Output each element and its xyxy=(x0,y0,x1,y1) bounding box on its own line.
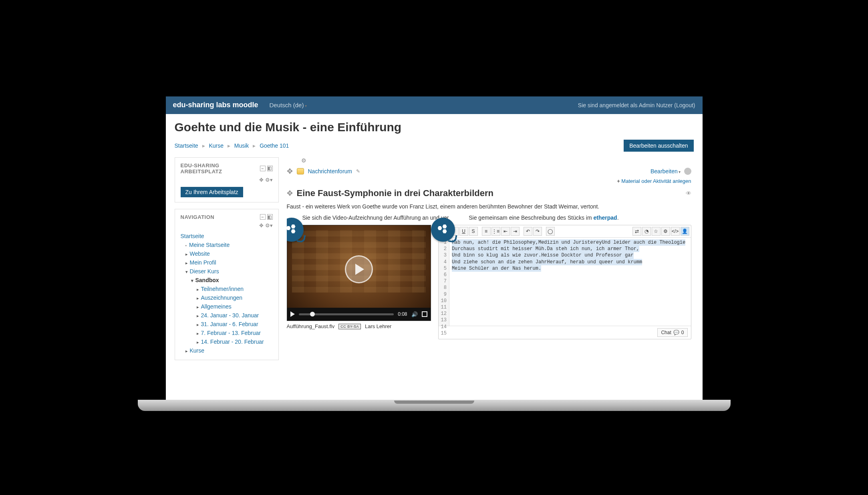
crumb-sep: ▸ xyxy=(202,142,205,149)
list-ol-icon[interactable]: ≡ xyxy=(482,227,491,236)
nav-courses[interactable]: Kurse xyxy=(181,346,273,355)
fullscreen-icon[interactable] xyxy=(422,311,427,317)
paren-close: ) xyxy=(693,102,695,108)
nav-week-2[interactable]: 31. Januar - 6. Februar xyxy=(181,320,273,329)
line-numbers: 123456789101112131415 xyxy=(439,238,449,326)
page-title: Goehte und die Musik - eine Einführung xyxy=(175,120,694,134)
move-icon[interactable]: ✥ xyxy=(259,222,264,228)
breadcrumb: Startseite ▸ Kurse ▸ Musik ▸ Goethe 101 xyxy=(175,142,289,149)
indent-icon[interactable]: ⇥ xyxy=(511,227,520,236)
seek-track[interactable] xyxy=(299,313,394,315)
nav-week-4[interactable]: 14. Februar - 20. Februar xyxy=(181,337,273,346)
nav-badges[interactable]: Auszeichnungen xyxy=(181,293,273,302)
add-activity-link[interactable]: Material oder Aktivität anlegen xyxy=(621,178,691,184)
color-icon[interactable]: ◯ xyxy=(546,227,555,236)
strike-icon[interactable]: S xyxy=(469,227,478,236)
block-collapse-icon[interactable]: – xyxy=(260,166,266,171)
nav-profile[interactable]: Mein Profil xyxy=(181,258,273,267)
honeycomb-icon xyxy=(287,224,297,235)
underline-icon[interactable]: U xyxy=(459,227,468,236)
gear-icon[interactable]: ⚙▾ xyxy=(265,222,273,228)
move-icon[interactable]: ✥ xyxy=(287,167,293,176)
nav-my-home[interactable]: Meine Startseite xyxy=(181,240,273,249)
move-icon[interactable]: ✥ xyxy=(287,189,293,198)
block-collapse-icon[interactable]: – xyxy=(260,214,266,220)
workspace-block: EDU-SHARING ARBEITSPLATZ – ◧ ✥ ⚙▾ Zu Ihr… xyxy=(175,157,279,202)
forum-link[interactable]: Nachrichtenforum xyxy=(308,168,352,174)
video-player: 0:08 Aufführung_Faust.flv CC BY-SA Lars … xyxy=(287,225,431,329)
pencil-icon[interactable]: ✎ xyxy=(356,168,360,174)
move-icon[interactable]: ✥ xyxy=(259,177,264,183)
para2-part2: Sie gemeinsam eine Beschreibung des Stüc… xyxy=(469,214,593,221)
star-icon[interactable]: ☆ xyxy=(652,227,661,236)
chat-button[interactable]: Chat 💬 0 xyxy=(657,328,687,337)
logout-link[interactable]: Logout xyxy=(676,102,693,108)
crumb-2[interactable]: Musik xyxy=(234,142,249,149)
users-icon[interactable]: 👤 xyxy=(681,227,689,236)
plus-icon: + xyxy=(617,178,620,184)
paragraph-2: xxxxx Sie sich die Video-Aufzeichnung de… xyxy=(287,214,691,222)
play-overlay-icon[interactable] xyxy=(345,255,373,283)
top-navbar: edu-sharing labs moodle Deutsch (de) Sie… xyxy=(166,96,703,114)
nav-website[interactable]: Website xyxy=(181,249,273,258)
crumb-1[interactable]: Kurse xyxy=(209,142,224,149)
brand-title[interactable]: edu-sharing labs moodle xyxy=(173,101,258,109)
chat-label: Chat xyxy=(661,330,671,335)
nav-home[interactable]: Startseite xyxy=(181,232,273,240)
etherpad-link[interactable]: etherpad xyxy=(594,214,617,221)
section-gear-icon[interactable]: ⚙ xyxy=(301,157,306,164)
language-selector[interactable]: Deutsch (de) xyxy=(270,102,307,108)
section-title: Eine Faust-Symphonie in drei Charakterbi… xyxy=(297,188,493,198)
crumb-3[interactable]: Goethe 101 xyxy=(260,142,289,149)
nav-tree: Startseite Meine Startseite Website Mein… xyxy=(181,232,273,355)
share-icon[interactable]: ⇄ xyxy=(632,227,641,236)
video-time: 0:08 xyxy=(398,311,407,317)
nav-participants[interactable]: Teilnehmer/innen xyxy=(181,285,273,293)
history-icon[interactable]: ◔ xyxy=(642,227,651,236)
chat-icon: 💬 xyxy=(673,330,679,335)
embed-icon[interactable]: </> xyxy=(671,227,680,236)
video-author: Lars Lehrer xyxy=(365,323,391,329)
login-prefix: Sie sind angemeldet als xyxy=(578,102,639,108)
undo-icon[interactable]: ↶ xyxy=(524,227,532,236)
forum-icon xyxy=(297,168,304,174)
para2-part1: Sie sich die Video-Aufzeichnung der Auff… xyxy=(302,214,449,221)
eye-icon[interactable]: 👁 xyxy=(686,190,691,196)
edu-sharing-badge xyxy=(431,218,455,242)
nav-week-1[interactable]: 24. Januar - 30. Januar xyxy=(181,311,273,320)
video-controls: 0:08 xyxy=(287,308,431,321)
honeycomb-icon xyxy=(438,224,448,235)
workspace-block-title: EDU-SHARING ARBEITSPLATZ xyxy=(181,162,260,174)
nav-general[interactable]: Allgemeines xyxy=(181,302,273,311)
chat-count: 0 xyxy=(681,330,684,335)
license-badge: CC BY-SA xyxy=(338,324,361,329)
toggle-edit-button[interactable]: Bearbeiten ausschalten xyxy=(624,140,693,152)
crumb-sep: ▸ xyxy=(253,142,256,149)
outdent-icon[interactable]: ⇤ xyxy=(501,227,510,236)
person-icon[interactable] xyxy=(684,168,691,175)
user-link[interactable]: Admin Nutzer xyxy=(639,102,673,108)
volume-icon[interactable] xyxy=(411,311,418,317)
crumb-0[interactable]: Startseite xyxy=(175,142,198,149)
edit-dropdown[interactable]: Bearbeiten xyxy=(650,168,681,174)
paragraph-1: Faust - ein weiteres Werk von Goethe wur… xyxy=(287,202,691,210)
list-ul-icon[interactable]: ⋮≡ xyxy=(491,227,500,236)
gear-icon[interactable]: ⚙▾ xyxy=(265,177,273,183)
video-filename: Aufführung_Faust.flv xyxy=(287,323,335,329)
block-dock-icon[interactable]: ◧ xyxy=(267,214,273,220)
video-stage[interactable]: 0:08 xyxy=(287,225,431,321)
login-status: Sie sind angemeldet als Admin Nutzer (Lo… xyxy=(578,102,695,108)
crumb-sep: ▸ xyxy=(228,142,230,149)
nav-sandbox[interactable]: Sandbox xyxy=(181,276,273,285)
editor-text[interactable]: Hab nun, ach! die Philosophey,Medizin un… xyxy=(449,238,691,326)
play-icon[interactable] xyxy=(290,311,295,317)
workspace-button[interactable]: Zu Ihrem Arbeitsplatz xyxy=(181,187,243,197)
navigation-block: NAVIGATION – ◧ ✥ ⚙▾ Startseite Meine xyxy=(175,209,279,360)
editor-toolbar: B I U S ≡ ⋮≡ ⇤ ⇥ ↶ ↷ xyxy=(439,225,691,238)
redo-icon[interactable]: ↷ xyxy=(533,227,542,236)
app-screen: edu-sharing labs moodle Deutsch (de) Sie… xyxy=(166,96,703,401)
block-dock-icon[interactable]: ◧ xyxy=(267,166,273,171)
nav-this-course[interactable]: Dieser Kurs xyxy=(181,267,273,276)
settings-icon[interactable]: ⚙ xyxy=(661,227,670,236)
nav-week-3[interactable]: 7. Februar - 13. Februar xyxy=(181,329,273,337)
